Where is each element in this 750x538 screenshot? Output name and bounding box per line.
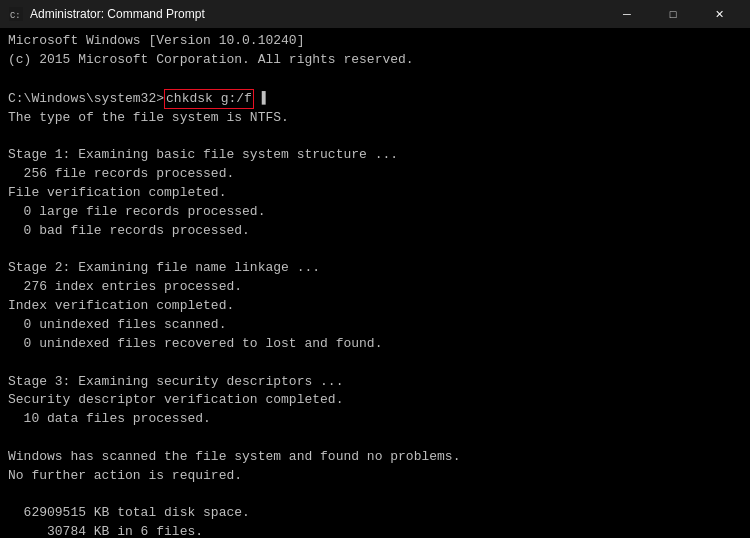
prompt-text: C:\Windows\system32> [8, 90, 164, 108]
console-line [8, 429, 742, 448]
console-line: Index verification completed. [8, 297, 742, 316]
svg-text:C:: C: [10, 11, 21, 21]
console-line: File verification completed. [8, 184, 742, 203]
command-prompt-window: C: Administrator: Command Prompt ─ □ ✕ M… [0, 0, 750, 538]
console-line: Security descriptor verification complet… [8, 391, 742, 410]
cursor: ▌ [254, 90, 270, 108]
console-line: 62909515 KB total disk space. [8, 504, 742, 523]
console-line: Stage 2: Examining file name linkage ... [8, 259, 742, 278]
console-line: 0 unindexed files scanned. [8, 316, 742, 335]
close-button[interactable]: ✕ [696, 0, 742, 28]
console-line: 276 index entries processed. [8, 278, 742, 297]
console-line: 0 unindexed files recovered to lost and … [8, 335, 742, 354]
console-line [8, 354, 742, 373]
console-line [8, 241, 742, 260]
console-line: Stage 1: Examining basic file system str… [8, 146, 742, 165]
console-line: The type of the file system is NTFS. [8, 109, 742, 128]
title-bar-controls: ─ □ ✕ [604, 0, 742, 28]
console-line: Stage 3: Examining security descriptors … [8, 373, 742, 392]
console-line: Microsoft Windows [Version 10.0.10240] [8, 32, 742, 51]
console-output[interactable]: Microsoft Windows [Version 10.0.10240](c… [0, 28, 750, 538]
minimize-button[interactable]: ─ [604, 0, 650, 28]
console-line: 0 bad file records processed. [8, 222, 742, 241]
console-line [8, 70, 742, 89]
console-line: No further action is required. [8, 467, 742, 486]
title-bar-left: C: Administrator: Command Prompt [8, 6, 205, 22]
console-line: 10 data files processed. [8, 410, 742, 429]
console-line: 256 file records processed. [8, 165, 742, 184]
maximize-button[interactable]: □ [650, 0, 696, 28]
console-line: 0 large file records processed. [8, 203, 742, 222]
title-bar: C: Administrator: Command Prompt ─ □ ✕ [0, 0, 750, 28]
console-line [8, 128, 742, 147]
console-line: Windows has scanned the file system and … [8, 448, 742, 467]
prompt-line: C:\Windows\system32>chkdsk g:/f ▌ [8, 89, 742, 109]
title-text: Administrator: Command Prompt [30, 7, 205, 21]
cmd-icon: C: [8, 6, 24, 22]
console-line: 30784 KB in 6 files. [8, 523, 742, 538]
console-line: (c) 2015 Microsoft Corporation. All righ… [8, 51, 742, 70]
command-text: chkdsk g:/f [164, 89, 254, 109]
console-line [8, 486, 742, 505]
